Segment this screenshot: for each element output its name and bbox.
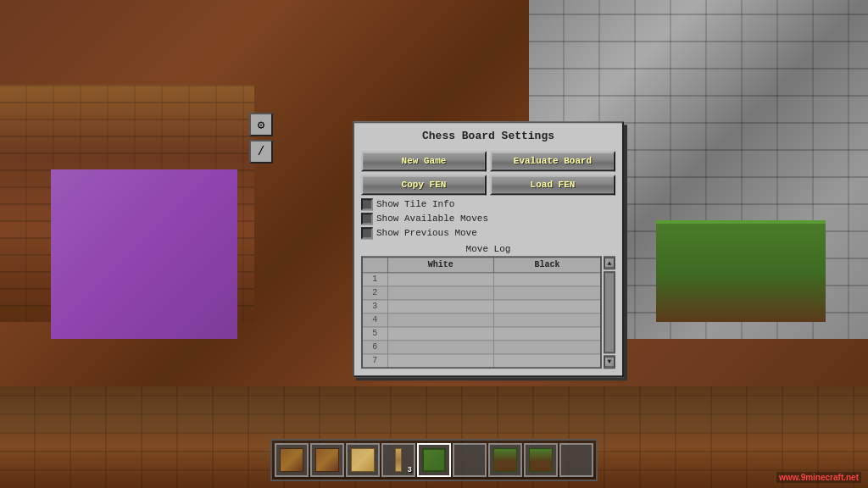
row-white [387,300,493,313]
load-fen-button[interactable]: Load FEN [490,175,615,195]
stick-icon[interactable]: / [249,140,273,164]
side-icons-panel: ⚙ / [249,113,273,164]
row-number: 2 [362,286,387,300]
purple-bed [51,169,237,339]
dialog-title: Chess Board Settings [358,126,619,147]
row-number: 1 [362,273,387,286]
row-number: 3 [362,300,387,313]
row-black [493,273,601,286]
hotbar-item-6 [493,448,517,472]
chess-settings-dialog: Chess Board Settings New Game Evaluate B… [353,121,624,377]
gear-icon[interactable]: ⚙ [249,113,273,136]
hotbar-item-2 [351,448,375,472]
show-available-moves-label: Show Available Moves [376,214,488,224]
row-black [493,354,601,368]
hotbar-slot-1[interactable] [310,443,344,477]
row-number: 4 [362,313,387,327]
table-row: 1 [362,273,601,286]
scroll-up-button[interactable]: ▲ [604,258,615,268]
hotbar-item-0 [280,448,303,472]
scroll-down-button[interactable]: ▼ [604,357,615,367]
show-available-moves-checkbox[interactable] [361,213,373,225]
row-black [493,327,601,341]
show-previous-move-label: Show Previous Move [376,228,477,238]
hotbar-slot-7[interactable] [524,443,558,477]
grass-block-right [656,220,826,322]
hotbar-slot-0[interactable] [275,443,309,477]
table-row: 2 [362,286,601,300]
hotbar-item-7 [529,448,553,472]
hotbar-slot-5[interactable] [453,443,487,477]
copy-fen-button[interactable]: Copy FEN [361,175,487,195]
hotbar-item-4 [422,448,446,472]
scroll-track [604,271,615,353]
row-number: 6 [362,341,387,354]
new-game-button[interactable]: New Game [361,151,487,171]
move-log-wrapper: White Black 1 2 3 4 5 [361,256,615,369]
show-tile-info-label: Show Tile Info [376,199,454,209]
table-row: 5 [362,327,601,341]
scrollbar-up: ▲ [604,256,615,269]
evaluate-board-button[interactable]: Evaluate Board [490,151,615,171]
show-available-moves-row: Show Available Moves [361,213,615,225]
hotbar-count-3: 3 [408,466,412,474]
row-white [387,273,493,286]
row-white [387,341,493,354]
hotbar-slot-4[interactable] [417,443,451,477]
row-black [493,286,601,300]
hotbar-slot-8[interactable] [559,443,593,477]
hotbar-slot-6[interactable] [488,443,522,477]
button-row-2: Copy FEN Load FEN [361,175,615,195]
scrollbar-container: ▲ ▼ [604,256,615,369]
hotbar-slot-3[interactable]: 3 [381,443,415,477]
table-row: 6 [362,341,601,354]
button-row-1: New Game Evaluate Board [361,151,615,171]
hotbar-item-1 [315,448,339,472]
col-number [362,257,387,273]
row-white [387,354,493,368]
row-white [387,327,493,341]
row-black [493,313,601,327]
hotbar-slot-2[interactable] [346,443,380,477]
dialog-overlay: Chess Board Settings New Game Evaluate B… [353,121,624,377]
table-row: 3 [362,300,601,313]
row-white [387,313,493,327]
watermark: www.9minecraft.net [776,472,861,483]
table-row: 4 [362,313,601,327]
table-row: 7 [362,354,601,368]
hotbar: 3 [270,439,598,481]
show-previous-move-row: Show Previous Move [361,227,615,239]
move-log-title: Move Log [361,244,615,254]
scrollbar-down: ▼ [604,355,615,369]
move-log-table: White Black 1 2 3 4 5 [361,256,602,369]
row-number: 7 [362,354,387,368]
row-number: 5 [362,327,387,341]
move-log-scroll-area: White Black 1 2 3 4 5 [361,256,602,369]
hotbar-item-3 [395,448,402,472]
col-black: Black [493,257,601,273]
show-tile-info-checkbox[interactable] [361,198,373,210]
show-previous-move-checkbox[interactable] [361,227,373,239]
row-black [493,300,601,313]
show-tile-info-row: Show Tile Info [361,198,615,210]
col-white: White [387,257,493,273]
row-white [387,286,493,300]
row-black [493,341,601,354]
dialog-content: New Game Evaluate Board Copy FEN Load FE… [358,147,619,372]
